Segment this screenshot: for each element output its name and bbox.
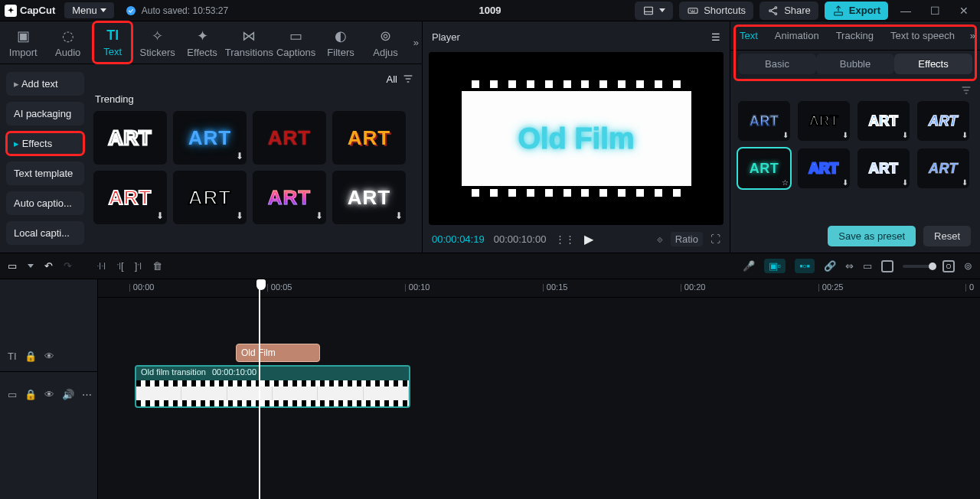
- tab-captions[interactable]: ▭ Captions: [276, 21, 315, 64]
- zoom-in-icon[interactable]: [942, 260, 955, 272]
- effect-thumb[interactable]: ART: [253, 111, 326, 165]
- effect-thumb[interactable]: ART: [332, 111, 406, 165]
- library-filter-all[interactable]: All: [387, 73, 414, 85]
- window-maximize[interactable]: ☐: [923, 5, 946, 17]
- sidebar-item-local-captions[interactable]: Local capti...: [6, 221, 84, 245]
- inspector-tab-tracking[interactable]: Tracking: [831, 25, 878, 46]
- sidebar-item-effects[interactable]: ▸ Effects: [6, 132, 84, 155]
- player-menu-icon[interactable]: ☰: [711, 31, 720, 43]
- shortcuts-button[interactable]: Shortcuts: [679, 2, 753, 20]
- effect-thumb[interactable]: ART⬇: [738, 101, 790, 141]
- window-close[interactable]: ✕: [952, 5, 975, 17]
- playhead[interactable]: [259, 279, 260, 499]
- inspector-tab-text[interactable]: Text: [735, 25, 763, 46]
- reset-button[interactable]: Reset: [923, 226, 971, 246]
- effect-thumb[interactable]: ART⬇: [173, 111, 247, 165]
- captions-icon: ▭: [289, 28, 302, 44]
- effect-thumb[interactable]: ART⬇: [173, 171, 247, 224]
- share-button[interactable]: Share: [760, 2, 818, 20]
- tab-transitions[interactable]: ⋈ Transitions: [227, 21, 271, 64]
- tab-filters[interactable]: ◐ Filters: [321, 21, 361, 64]
- zoom-out-icon[interactable]: [881, 260, 893, 272]
- timeline-tracks[interactable]: 00:00 00:05 00:10 00:15 00:20 00:25 0 Ol…: [98, 279, 980, 499]
- effect-thumb[interactable]: ART⬇: [332, 171, 406, 224]
- inspector-tab-animation[interactable]: Animation: [770, 25, 824, 46]
- split-tool-icon[interactable]: ꜊꜊: [96, 260, 106, 272]
- download-icon: ⬇: [902, 131, 908, 139]
- tab-audio[interactable]: ◌ Audio: [47, 21, 87, 64]
- tab-captions-label: Captions: [276, 47, 315, 58]
- magnet-main-toggle[interactable]: ▣▫: [764, 259, 786, 273]
- subtab-basic[interactable]: Basic: [738, 54, 816, 74]
- zoom-fit-icon[interactable]: ⊚: [964, 260, 972, 272]
- mute-icon[interactable]: 🔊: [62, 389, 74, 400]
- lock-icon[interactable]: 🔒: [24, 389, 37, 400]
- undo-button[interactable]: ↶: [44, 260, 53, 272]
- sidebar-item-text-template[interactable]: Text template: [6, 161, 84, 185]
- inspector-tabs-overflow-icon[interactable]: »: [970, 30, 975, 41]
- ratio-button[interactable]: Ratio: [671, 232, 703, 246]
- more-icon[interactable]: ⋯: [82, 389, 92, 400]
- export-button[interactable]: Export: [825, 2, 888, 20]
- window-minimize[interactable]: —: [894, 5, 917, 17]
- effect-thumb[interactable]: ART⬇: [253, 171, 326, 224]
- layout-button[interactable]: [635, 2, 673, 20]
- subtab-effects[interactable]: Effects: [894, 54, 972, 74]
- fullscreen-icon[interactable]: ⛶: [710, 233, 720, 245]
- tabs-overflow[interactable]: »: [410, 21, 422, 64]
- split-right-icon[interactable]: ]꜉: [135, 260, 142, 272]
- tab-stickers[interactable]: ✧ Stickers: [137, 21, 177, 64]
- menu-button[interactable]: Menu: [64, 2, 114, 18]
- download-icon: ⬇: [395, 210, 403, 221]
- save-preset-button[interactable]: Save as preset: [828, 226, 916, 246]
- effect-thumb[interactable]: ART⬇: [798, 148, 850, 188]
- crop-icon[interactable]: ⟐: [657, 233, 663, 245]
- zoom-slider-knob[interactable]: [929, 263, 936, 270]
- app-logo: ✦ CapCut: [5, 5, 55, 17]
- sidebar-item-add-text[interactable]: ▸ Add text: [6, 72, 84, 96]
- video-clip[interactable]: Old film transition 00:00:10:00: [135, 365, 410, 408]
- delete-tool-icon[interactable]: 🗑: [152, 260, 162, 272]
- text-clip[interactable]: Old Film: [236, 344, 320, 362]
- tab-text[interactable]: TI Text: [93, 21, 132, 64]
- library-sidebar: ▸ Add text AI packaging ▸ Effects Text t…: [0, 64, 90, 253]
- tab-import[interactable]: ▣ Import: [3, 21, 43, 64]
- effect-thumb-selected[interactable]: ART☆: [738, 148, 790, 188]
- snap-icon[interactable]: ⇔: [845, 260, 854, 272]
- play-button[interactable]: ▶: [584, 232, 593, 246]
- library-panel: ▣ Import ◌ Audio TI Text ✧ Stickers ✦ Ef…: [0, 21, 423, 253]
- inspector-tab-tts[interactable]: Text to speech: [886, 25, 959, 46]
- mic-icon[interactable]: 🎤: [743, 260, 755, 272]
- sidebar-item-ai-packaging[interactable]: AI packaging: [6, 102, 84, 126]
- chevron-down-icon[interactable]: [28, 264, 34, 268]
- pointer-tool-icon[interactable]: ▭: [8, 260, 17, 272]
- timeline-ruler[interactable]: 00:00 00:05 00:10 00:15 00:20 00:25 0: [98, 279, 980, 298]
- effect-thumb[interactable]: ART⬇: [798, 101, 850, 141]
- magnet-aux-toggle[interactable]: ▪▫▪: [795, 259, 815, 273]
- player-step-icon[interactable]: ⋮⋮: [555, 233, 575, 245]
- tab-adjust[interactable]: ⊚ Adjus: [365, 21, 405, 64]
- svg-point-10: [775, 12, 777, 15]
- effect-thumb[interactable]: ART⬇: [917, 101, 969, 141]
- sidebar-item-auto-captions[interactable]: Auto captio...: [6, 191, 84, 215]
- redo-button[interactable]: ↷: [64, 260, 72, 272]
- video-track-icon: ▭: [8, 389, 17, 400]
- visibility-icon[interactable]: 👁: [44, 389, 54, 400]
- link-icon[interactable]: 🔗: [824, 260, 836, 272]
- effect-thumb[interactable]: ART⬇: [93, 171, 167, 224]
- effect-thumb[interactable]: ART⬇: [858, 148, 910, 188]
- subtab-bubble[interactable]: Bubble: [816, 54, 894, 74]
- effect-thumb[interactable]: ART⬇: [858, 101, 910, 141]
- effect-thumb[interactable]: ART⬇: [917, 148, 969, 188]
- filter-icon[interactable]: [960, 84, 972, 96]
- zoom-slider[interactable]: [903, 265, 933, 268]
- visibility-icon[interactable]: 👁: [44, 351, 54, 362]
- player-viewport[interactable]: Old Film: [429, 52, 724, 225]
- split-left-icon[interactable]: ꜉[: [116, 260, 124, 272]
- title-bar: ✦ CapCut Menu Auto saved: 10:53:27 1009 …: [0, 0, 980, 21]
- tab-effects[interactable]: ✦ Effects: [182, 21, 222, 64]
- lock-icon[interactable]: 🔒: [24, 351, 37, 362]
- playhead-handle[interactable]: [256, 279, 266, 290]
- effect-thumb[interactable]: ART: [93, 111, 167, 165]
- preview-icon[interactable]: ▭: [863, 260, 872, 272]
